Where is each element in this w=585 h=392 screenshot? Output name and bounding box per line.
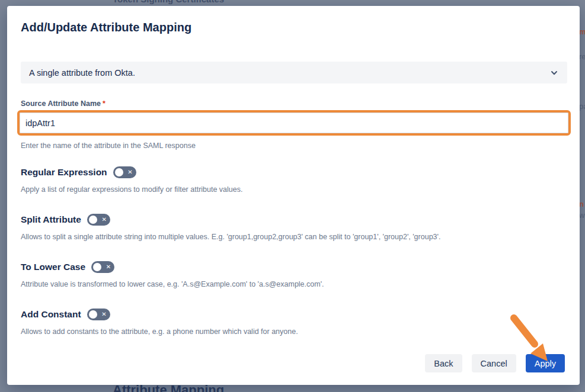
section-title: Split Attribute xyxy=(21,214,81,225)
source-attribute-input[interactable] xyxy=(20,113,568,133)
background-edge-fragment: n xyxy=(579,200,584,208)
toggle-off-x-icon: ✕ xyxy=(127,169,132,175)
regular-expression-toggle[interactable]: ✕ xyxy=(113,166,136,178)
section-help: Attribute value is transformed to lower … xyxy=(21,280,324,288)
background-edge-fragment: pa xyxy=(579,102,585,111)
required-marker: * xyxy=(103,99,106,108)
source-attribute-help: Enter the name of the attribute in the S… xyxy=(21,142,196,150)
apply-button[interactable]: Apply xyxy=(526,354,565,372)
section-title: To Lower Case xyxy=(21,262,85,272)
section-help: Allows to split a single attribute strin… xyxy=(21,233,440,241)
background-edge-fragment: ws xyxy=(579,211,585,220)
attribute-mapping-dialog: Add/Update Attribute Mapping A single at… xyxy=(7,6,580,385)
section-regular-expression: Regular Expression ✕ xyxy=(21,166,136,178)
background-edge-fragment: m xyxy=(579,27,585,36)
add-constant-toggle[interactable]: ✕ xyxy=(87,309,110,320)
section-to-lower-case: To Lower Case ✕ xyxy=(21,261,114,273)
split-attribute-toggle[interactable]: ✕ xyxy=(87,214,110,226)
chevron-down-icon xyxy=(549,68,559,78)
section-add-constant: Add Constant ✕ xyxy=(21,309,110,320)
section-split-attribute: Split Attribute ✕ xyxy=(21,214,110,226)
toggle-knob xyxy=(89,216,97,224)
section-help: Apply a list of regular expressions to m… xyxy=(21,185,242,194)
section-title: Add Constant xyxy=(21,309,81,320)
toggle-knob xyxy=(89,310,97,319)
toggle-knob xyxy=(93,263,101,271)
to-lower-case-toggle[interactable]: ✕ xyxy=(91,261,114,273)
annotation-highlight-box xyxy=(17,110,571,136)
attribute-type-selected-value: A single attribute from Okta. xyxy=(29,68,135,78)
toggle-off-x-icon: ✕ xyxy=(102,217,107,223)
section-title: Regular Expression xyxy=(21,167,107,178)
background-edge-fragment: re xyxy=(579,52,585,61)
background-page-heading: Token Signing Certificates xyxy=(113,0,224,4)
dialog-footer: Back Cancel Apply xyxy=(425,354,565,372)
toggle-off-x-icon: ✕ xyxy=(106,264,111,270)
toggle-off-x-icon: ✕ xyxy=(101,311,106,317)
section-help: Allows to add constants to the attribute… xyxy=(21,327,298,336)
source-attribute-label-text: Source Attribute Name xyxy=(21,99,101,108)
back-button[interactable]: Back xyxy=(425,354,462,372)
cancel-button[interactable]: Cancel xyxy=(472,354,516,372)
toggle-knob xyxy=(115,168,123,176)
source-attribute-label: Source Attribute Name* xyxy=(21,99,106,108)
dialog-title: Add/Update Attribute Mapping xyxy=(21,21,191,34)
attribute-type-select[interactable]: A single attribute from Okta. xyxy=(21,62,567,83)
